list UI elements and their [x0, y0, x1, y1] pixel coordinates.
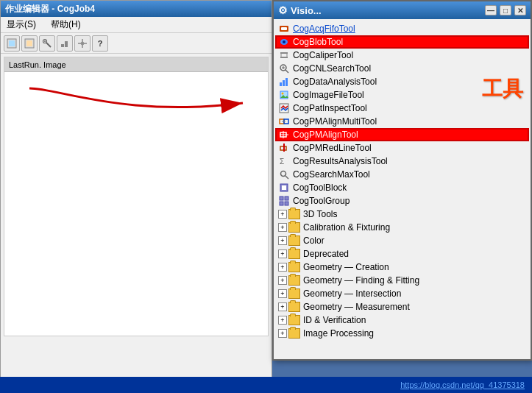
folder-label-imageprocessing: Image Processing [303, 328, 374, 339]
folder-deprecated[interactable]: + Deprecated [275, 247, 529, 261]
folder-icon-deprecated [288, 249, 300, 259]
expand-icon-idverification[interactable]: + [278, 316, 287, 325]
acqfifo-label: CogAcqFifoTool [293, 24, 355, 34]
toolbar-btn-4[interactable] [57, 35, 73, 52]
pmalignmulti-icon [278, 116, 290, 127]
restore-button[interactable]: □ [500, 5, 511, 15]
tool-item-pmredline[interactable]: CogPMRedLineTool [275, 141, 529, 155]
folder-icon-geointersection [288, 288, 300, 299]
tool-item-patinspect[interactable]: CogPatInspectTool [275, 102, 529, 115]
folder-idverification[interactable]: + ID & Verification [275, 314, 529, 327]
minimize-button[interactable]: — [485, 5, 497, 15]
svg-point-6 [44, 40, 46, 42]
dataanalysis-label: CogDataAnalysisTool [293, 77, 377, 87]
content-header: LastRun. Image [4, 57, 268, 72]
visio-titlebar[interactable]: ⚙ Visio... — □ ✕ [274, 1, 531, 19]
folder-label-geocreation: Geometry — Creation [303, 262, 389, 272]
folder-geometry-creation[interactable]: + Geometry — Creation [275, 261, 529, 274]
folder-icon-idverification [288, 315, 300, 325]
expand-icon-color[interactable]: + [278, 236, 287, 245]
tool-item-caliper[interactable]: CogCaliperTool [275, 49, 529, 62]
folder-label-geomeasurement: Geometry — Measurement [303, 302, 410, 312]
svg-rect-46 [285, 196, 288, 200]
toolbar-btn-2[interactable] [21, 35, 38, 52]
svg-line-22 [285, 70, 288, 73]
expand-icon-imageprocessing[interactable]: + [278, 329, 287, 338]
menu-show[interactable]: 显示(S) [4, 17, 39, 32]
bg-toolbar: ? [1, 33, 272, 54]
tool-item-toolblock[interactable]: CogToolBlock [275, 181, 529, 194]
folder-geometry-measurement[interactable]: + Geometry — Measurement [275, 300, 529, 314]
svg-rect-44 [282, 185, 286, 190]
expand-icon-geointersection[interactable]: + [278, 289, 287, 298]
tool-item-pmalign[interactable]: CogPMAlignTool [275, 128, 529, 141]
resultsanalysis-label: CogResultsAnalysisTool [293, 156, 388, 166]
blob-icon [278, 36, 290, 48]
svg-rect-45 [280, 196, 283, 200]
close-button[interactable]: ✕ [514, 5, 526, 15]
tool-item-searchmax[interactable]: CogSearchMaxTool [275, 168, 529, 181]
pmredline-icon [278, 142, 290, 154]
tool-item-pmaligntmulti[interactable]: CogPMAlignMultiTool [275, 115, 529, 128]
expand-icon-deprecated[interactable]: + [278, 249, 287, 258]
menu-help[interactable]: 帮助(H) [48, 17, 84, 32]
svg-rect-47 [280, 202, 283, 205]
cnlsearch-icon [278, 63, 290, 74]
svg-text:Σ: Σ [280, 157, 284, 166]
folder-icon-imageprocessing [288, 328, 300, 339]
searchmax-label: CogSearchMaxTool [293, 169, 370, 180]
expand-icon-3dtools[interactable]: + [278, 210, 287, 219]
tool-item-resultsanalysis[interactable]: Σ CogResultsAnalysisTool [275, 155, 529, 168]
svg-rect-14 [281, 27, 287, 30]
toolbar-btn-wrench[interactable] [39, 35, 55, 52]
toolbar-btn-5[interactable] [74, 35, 91, 52]
bg-titlebar: 作业编辑器 - CogJob4 [1, 1, 272, 17]
folder-geometry-finding[interactable]: + Geometry — Finding & Fitting [275, 274, 529, 287]
folder-color[interactable]: + Color [275, 234, 529, 247]
folder-icon-geomeasurement [288, 302, 300, 312]
resultsanalysis-icon: Σ [278, 155, 290, 167]
blob-label: CogBlobTool [293, 37, 343, 47]
svg-line-5 [46, 43, 51, 47]
visio-title-icon: ⚙ [278, 4, 288, 16]
tool-item-cnlsearch[interactable]: CogCNLSearchTool [275, 62, 529, 75]
svg-rect-7 [61, 44, 64, 47]
tool-list: CogAcqFifoTool CogBlobTool CogCalipe [274, 19, 531, 359]
svg-line-42 [285, 176, 288, 179]
toolgroup-icon [278, 195, 290, 207]
expand-icon-geofinding[interactable]: + [278, 276, 287, 285]
svg-rect-48 [285, 202, 288, 205]
tool-item-toolgroup[interactable]: CogToolGroup [275, 194, 529, 208]
folder-icon-geofinding [288, 275, 300, 286]
folder-label-deprecated: Deprecated [303, 249, 349, 259]
tool-item-blob[interactable]: CogBlobTool [275, 35, 529, 49]
expand-icon-calibration[interactable]: + [278, 223, 287, 232]
toolblock-label: CogToolBlock [293, 183, 347, 193]
folder-calibration[interactable]: + Calibration & Fixturing [275, 221, 529, 234]
pmalign-label: CogPMAlignTool [293, 130, 358, 140]
patinspect-label: CogPatInspectTool [293, 103, 367, 113]
expand-icon-geocreation[interactable]: + [278, 263, 287, 272]
cnlsearch-label: CogCNLSearchTool [293, 63, 371, 74]
folder-3dtools[interactable]: + 3D Tools [275, 208, 529, 221]
url-bar: https://blog.csdn.net/qq_41375318 [0, 377, 532, 393]
folder-geometry-intersection[interactable]: + Geometry — Intersection [275, 287, 529, 300]
svg-rect-26 [283, 80, 285, 86]
window-buttons: — □ ✕ [485, 5, 526, 15]
svg-point-41 [281, 171, 286, 177]
folder-imageprocessing[interactable]: + Image Processing [275, 327, 529, 340]
folder-label-calibration: Calibration & Fixturing [303, 222, 390, 233]
acqfifo-icon [278, 23, 290, 35]
toolbar-btn-1[interactable] [4, 35, 20, 52]
tool-item-acqfifo[interactable]: CogAcqFifoTool [275, 22, 529, 35]
folder-icon-calibration [288, 222, 300, 233]
url-text[interactable]: https://blog.csdn.net/qq_41375318 [400, 380, 525, 389]
expand-icon-geomeasurement[interactable]: + [278, 302, 287, 311]
svg-point-16 [283, 40, 285, 43]
imagefile-label: CogImageFileTool [293, 90, 364, 100]
pmalign-icon [278, 129, 290, 141]
bg-menubar[interactable]: 显示(S) 帮助(H) [1, 17, 272, 33]
folder-icon-color [288, 236, 300, 246]
toolbar-btn-question[interactable]: ? [92, 35, 108, 52]
bg-title: 作业编辑器 - CogJob4 [5, 3, 95, 15]
